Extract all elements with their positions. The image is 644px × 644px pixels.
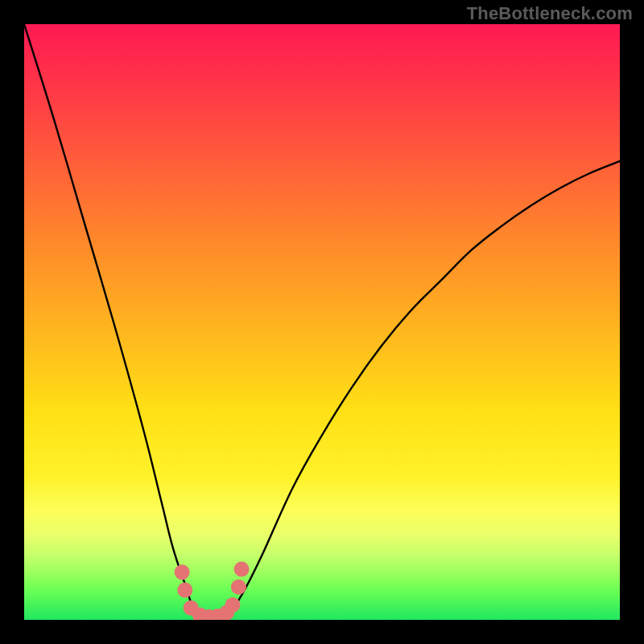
plot-area [24,24,620,620]
curve-marker [225,597,241,613]
chart-svg [24,24,620,620]
chart-container: TheBottleneck.com [0,0,644,644]
curve-marker [175,564,190,580]
bottleneck-curve [24,24,620,617]
curve-markers [175,562,250,620]
curve-marker [234,562,250,577]
curve-marker [231,580,246,595]
watermark-text: TheBottleneck.com [467,3,633,24]
curve-marker [177,583,192,598]
